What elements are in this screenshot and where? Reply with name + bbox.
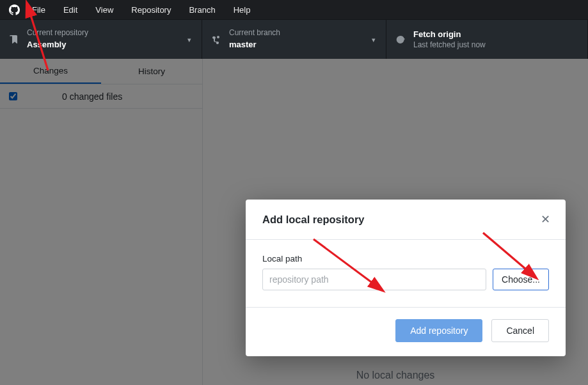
local-path-input[interactable] xyxy=(262,269,486,290)
choose-button[interactable]: Choose... xyxy=(493,269,549,290)
chevron-down-icon: ▾ xyxy=(187,35,191,43)
toolbar-current-branch[interactable]: Current branch master ▾ xyxy=(202,20,386,59)
fetch-value: Last fetched just now xyxy=(413,40,486,51)
toolbar-fetch-origin[interactable]: Fetch origin Last fetched just now xyxy=(386,20,588,59)
add-local-repository-dialog: Add local repository ✕ Local path Choose… xyxy=(246,200,566,356)
repo-value: Assembly xyxy=(27,40,66,49)
cancel-button[interactable]: Cancel xyxy=(491,319,549,342)
fetch-label: Fetch origin xyxy=(413,29,461,39)
branch-value: master xyxy=(229,40,257,49)
chevron-down-icon: ▾ xyxy=(372,35,376,43)
repo-label: Current repository xyxy=(27,28,88,38)
menu-view[interactable]: View xyxy=(86,5,122,15)
toolbar: Current repository Assembly ▾ Current br… xyxy=(0,19,588,59)
local-path-label: Local path xyxy=(262,254,549,263)
branch-icon xyxy=(211,35,223,45)
sync-icon xyxy=(395,35,407,45)
toolbar-current-repository[interactable]: Current repository Assembly ▾ xyxy=(0,20,202,59)
add-repository-button[interactable]: Add repository xyxy=(395,319,482,342)
menu-edit[interactable]: Edit xyxy=(54,5,86,15)
menubar: File Edit View Repository Branch Help xyxy=(0,0,588,19)
menu-file[interactable]: File xyxy=(23,5,54,15)
branch-label: Current branch xyxy=(229,28,280,38)
dialog-body: Local path Choose... xyxy=(246,240,566,307)
github-logo-icon xyxy=(5,4,23,15)
menu-branch[interactable]: Branch xyxy=(180,5,224,15)
app-body: Changes History 0 changed files No local… xyxy=(0,59,588,385)
dialog-header: Add local repository ✕ xyxy=(246,200,566,240)
menu-repository[interactable]: Repository xyxy=(122,5,180,15)
dialog-title: Add local repository xyxy=(262,214,365,226)
menu-help[interactable]: Help xyxy=(225,5,260,15)
dialog-footer: Add repository Cancel xyxy=(246,307,566,356)
close-icon[interactable]: ✕ xyxy=(541,212,550,226)
repo-icon xyxy=(9,35,20,45)
